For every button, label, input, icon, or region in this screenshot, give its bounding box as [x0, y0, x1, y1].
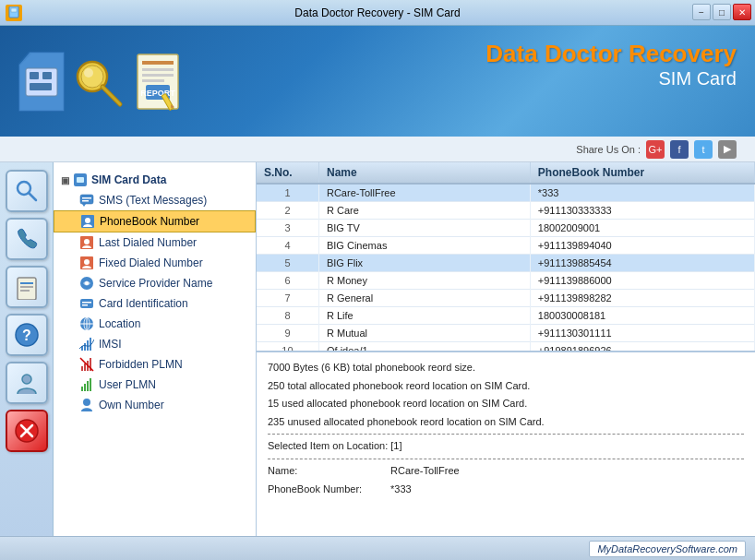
cell-name: R Care — [318, 202, 530, 220]
svg-rect-24 — [18, 278, 36, 300]
header-title: Data Doctor Recovery SIM Card — [485, 40, 737, 89]
sidebar-item-imsi[interactable]: IMSI — [54, 334, 256, 354]
sidebar-item-sms[interactable]: SMS (Text Messages) — [54, 190, 256, 210]
info-panel: 7000 Bytes (6 KB) total phonebook reord … — [257, 351, 755, 536]
info-line1: 7000 Bytes (6 KB) total phonebook reord … — [268, 360, 744, 376]
svg-rect-38 — [82, 197, 91, 199]
sidebar-item-location-label: Location — [99, 317, 140, 330]
tree-panel: ▣ SIM Card Data SMS (Text Messages) — [54, 162, 257, 536]
maximize-button[interactable]: □ — [713, 4, 731, 20]
share-other-button[interactable]: ▶ — [718, 140, 737, 159]
right-panel: S.No. Name PhoneBook Number 1 RCare-Toll… — [257, 162, 755, 536]
help-icon: ? — [14, 322, 40, 348]
info-divider2 — [268, 459, 744, 459]
svg-rect-65 — [84, 384, 86, 391]
svg-rect-7 — [30, 83, 52, 90]
table-row[interactable]: 8 R Life 180030008181 — [257, 307, 755, 325]
svg-rect-5 — [30, 72, 39, 79]
sidebar-item-own-number[interactable]: Own Number — [54, 395, 256, 415]
content-area: ? ▣ — [0, 162, 755, 536]
close-button[interactable]: ✕ — [733, 4, 751, 20]
cell-phone: +911139886000 — [530, 272, 754, 290]
svg-rect-14 — [142, 61, 174, 65]
tree-root: ▣ SIM Card Data — [54, 170, 256, 190]
info-divider1 — [268, 434, 744, 435]
phone-action-button[interactable] — [6, 218, 48, 260]
phonebook-table: S.No. Name PhoneBook Number 1 RCare-Toll… — [257, 162, 755, 351]
phone-icon — [14, 226, 40, 252]
app-subtitle: SIM Card — [485, 68, 737, 89]
phonebook-table-area[interactable]: S.No. Name PhoneBook Number 1 RCare-Toll… — [257, 162, 755, 351]
cell-sno: 4 — [257, 237, 318, 255]
sidebar-item-location[interactable]: Location — [54, 314, 256, 334]
table-row[interactable]: 4 BIG Cinemas +911139894040 — [257, 237, 755, 255]
own-number-tree-icon — [79, 398, 94, 412]
sidebar-item-forbidden-plmn[interactable]: Forbidden PLMN — [54, 354, 256, 375]
close-action-button[interactable] — [6, 410, 48, 452]
svg-marker-37 — [82, 204, 86, 207]
window-controls: − □ ✕ — [692, 4, 751, 20]
svg-point-68 — [83, 399, 90, 406]
app-header: REPORT Data Doctor Recovery SIM Card — [0, 26, 755, 137]
svg-rect-60 — [84, 363, 86, 371]
cell-name: BIG Cinemas — [318, 237, 530, 255]
sidebar-item-card-id-label: Card Identification — [99, 297, 188, 310]
table-row[interactable]: 6 R Money +911139886000 — [257, 272, 755, 290]
main-area: REPORT Data Doctor Recovery SIM Card Sha… — [0, 26, 755, 560]
action-sidebar: ? — [0, 162, 54, 536]
table-row[interactable]: 3 BIG TV 18002009001 — [257, 220, 755, 237]
svg-text:REPORT: REPORT — [140, 89, 175, 98]
table-row[interactable]: 1 RCare-TollFree *333 — [257, 184, 755, 202]
table-row[interactable]: 7 R General +911139898282 — [257, 290, 755, 307]
cell-phone: +911139894040 — [530, 237, 754, 255]
svg-rect-39 — [82, 200, 89, 202]
share-bar: Share Us On : G+ f t ▶ — [0, 137, 755, 162]
sidebar-item-own-number-label: Own Number — [99, 399, 164, 411]
share-twitter-button[interactable]: t — [694, 140, 713, 159]
cell-sno: 5 — [257, 255, 318, 272]
sidebar-item-last-dialed[interactable]: Last Dialed Number — [54, 232, 256, 253]
svg-rect-59 — [81, 366, 83, 371]
svg-point-41 — [85, 218, 90, 223]
table-row[interactable]: 2 R Care +911130333333 — [257, 202, 755, 220]
svg-rect-36 — [80, 195, 93, 204]
recover-action-button[interactable] — [6, 266, 48, 308]
cell-sno: 2 — [257, 202, 318, 220]
info-line3: 15 used allocated phonebook reord locati… — [268, 396, 744, 412]
table-row[interactable]: 5 BIG Flix +911139885454 — [257, 255, 755, 272]
sidebar-item-fixed-dialed[interactable]: Fixed Dialed Number — [54, 253, 256, 273]
fixed-dialed-tree-icon — [79, 256, 94, 270]
sidebar-item-service-provider[interactable]: Service Provider Name — [54, 273, 256, 293]
svg-point-45 — [84, 259, 90, 265]
svg-rect-35 — [77, 177, 84, 183]
last-dialed-tree-icon — [79, 235, 94, 250]
magnifier-icon — [72, 56, 127, 112]
cell-name: Of.idea/1 — [318, 342, 530, 352]
share-facebook-button[interactable]: f — [670, 140, 689, 159]
recover-icon — [14, 274, 40, 300]
info-phone-label: PhoneBook Number: — [268, 482, 388, 498]
sidebar-item-card-id[interactable]: Card Identification — [54, 293, 256, 314]
card-id-tree-icon — [79, 296, 94, 311]
table-row[interactable]: 10 Of.idea/1 +919891896926 — [257, 342, 755, 352]
svg-rect-25 — [20, 282, 33, 284]
svg-rect-49 — [82, 302, 91, 304]
sidebar-item-phonebook[interactable]: PhoneBook Number — [54, 210, 256, 232]
app-name: Data Doctor Recovery — [485, 40, 737, 68]
svg-point-10 — [84, 68, 93, 77]
search-action-button[interactable] — [6, 170, 48, 212]
svg-text:?: ? — [22, 328, 31, 343]
svg-rect-57 — [87, 340, 89, 351]
sidebar-item-user-plmn[interactable]: User PLMN — [54, 375, 256, 395]
cell-name: RCare-TollFree — [318, 184, 530, 202]
user-action-button[interactable] — [6, 362, 48, 404]
search-icon — [14, 178, 40, 204]
help-action-button[interactable]: ? — [6, 314, 48, 356]
tree-expander[interactable]: ▣ — [61, 175, 69, 185]
share-google-button[interactable]: G+ — [646, 140, 665, 159]
minimize-button[interactable]: − — [692, 4, 711, 20]
cell-phone: 180030008181 — [530, 307, 754, 325]
table-row[interactable]: 9 R Mutual +911130301111 — [257, 325, 755, 342]
sidebar-item-forbidden-plmn-label: Forbidden PLMN — [99, 358, 183, 371]
cell-sno: 10 — [257, 342, 318, 352]
